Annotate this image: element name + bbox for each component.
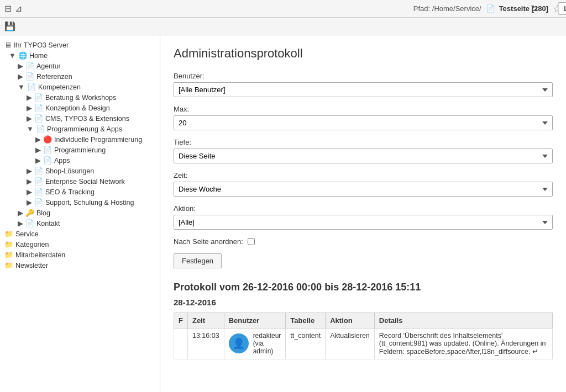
date-heading: 28-12-2016 [174, 298, 553, 307]
sidebar-item-individuelle[interactable]: ▶ 🔴 Individuelle Programmierung [2, 134, 158, 145]
tiefe-select[interactable]: Diese Seite [174, 149, 553, 163]
cell-tabelle: tt_content [286, 329, 326, 359]
benutzer-group: Benutzer: [Alle Benutzer] [174, 72, 553, 97]
sidebar-item-agentur[interactable]: ▶ 📄 Agentur [2, 61, 158, 71]
page-icon: 📄 [25, 62, 34, 70]
log-select[interactable]: Log [558, 2, 566, 15]
toolbar-center: ↻ Log 1 [531, 2, 566, 15]
expand-arrow: ▶ [18, 209, 23, 217]
col-details: Details [374, 313, 552, 329]
sidebar-item-programmierung-apps[interactable]: ▼ 📄 Programmierung & Apps [2, 124, 158, 134]
sidebar-item-blog[interactable]: ▶ 🔑 Blog [2, 208, 158, 218]
sidebar-item-newsletter[interactable]: 📁 Newsletter [2, 260, 158, 271]
sidebar-label-mitarbeiterdaten: Mitarbeiterdaten [15, 251, 65, 259]
globe-icon: 🌐 [18, 51, 27, 60]
sidebar-item-shop[interactable]: ▶ 📄 Shop-Lösungen [2, 166, 158, 176]
max-select[interactable]: 20 [174, 115, 553, 130]
sidebar-label-individuelle: Individuelle Programmierung [54, 136, 142, 144]
sidebar-item-service[interactable]: 📁 Service [2, 229, 158, 239]
zeit-select-wrapper: Diese Woche [174, 182, 553, 197]
expand-arrow: ▶ [27, 104, 32, 112]
expand-arrow: ▶ [27, 114, 32, 123]
sidebar-label-seo: SEO & Tracking [45, 188, 95, 196]
expand-icon: ▼ [9, 51, 16, 60]
zeit-select[interactable]: Diese Woche [174, 182, 553, 197]
tiefe-group: Tiefe: Diese Seite [174, 138, 553, 163]
tiefe-select-wrapper: Diese Seite [174, 149, 553, 163]
top-toolbar: ⊟ ⊿ ↻ Log 1 Pfad: /Home/Service/ 📄 Tests… [0, 0, 566, 18]
sidebar-label-kategorien: Kategorien [15, 241, 49, 248]
sidebar-label-konzeption: Konzeption & Design [45, 104, 110, 112]
sidebar-server[interactable]: 🖥 Ihr TYPO3 Server [2, 40, 158, 50]
expand-arrow: ▶ [35, 156, 41, 165]
sidebar-item-referenzen[interactable]: ▶ 📄 Referenzen [2, 71, 158, 82]
benutzer-select-wrapper: [Alle Benutzer] [174, 82, 553, 97]
filter-icon[interactable]: ⊿ [15, 3, 22, 14]
protocol-heading: Protokoll vom 26-12-2016 00:00 bis 28-12… [174, 282, 553, 293]
tree-icon[interactable]: ⊟ [4, 3, 12, 14]
refresh-icon[interactable]: ↻ [531, 3, 538, 14]
sidebar-label-esn: Enterprise Social Network [45, 178, 125, 186]
user-name: redakteur(viaadmin) [253, 332, 281, 355]
tiefe-label: Tiefe: [174, 138, 553, 146]
zeit-group: Zeit: Diese Woche [174, 171, 553, 197]
aktion-label: Aktion: [174, 204, 553, 213]
page-icon: 📄 [34, 188, 43, 196]
sidebar-item-kompetenzen[interactable]: ▼ 📄 Kompetenzen [2, 82, 158, 92]
sidebar-item-kontakt[interactable]: ▶ 📄 Kontakt [2, 218, 158, 229]
aktion-select[interactable]: [Alle] [174, 215, 553, 230]
save-icon[interactable]: 💾 [4, 21, 15, 31]
sidebar-label-agentur: Agentur [36, 62, 61, 70]
cell-f [174, 329, 188, 359]
festlegen-button[interactable]: Festlegen [174, 253, 222, 268]
sidebar-label-apps: Apps [54, 157, 70, 165]
expand-arrow: ▶ [27, 198, 32, 206]
cell-benutzer: 👤 redakteur(viaadmin) [224, 329, 286, 359]
page-heading: Administrationsprotokoll [174, 46, 553, 61]
sidebar-item-apps[interactable]: ▶ 📄 Apps [2, 155, 158, 166]
sidebar-item-home[interactable]: ▼ 🌐 Home [2, 50, 158, 61]
expand-arrow: ▶ [18, 219, 23, 227]
sidebar-label-cms: CMS, TYPO3 & Extensions [45, 115, 129, 123]
nach-seite-row: Nach Seite anordnen: [174, 237, 553, 246]
sidebar-item-esn[interactable]: ▶ 📄 Enterprise Social Network [2, 176, 158, 187]
sidebar-item-programmierung[interactable]: ▶ 📄 Programmierung [2, 145, 158, 155]
expand-arrow: ▶ [18, 72, 23, 81]
max-group: Max: 20 [174, 105, 553, 130]
benutzer-select[interactable]: [Alle Benutzer] [174, 82, 553, 97]
server-label: Ihr TYPO3 Server [14, 41, 69, 49]
cell-zeit: 13:16:03 [187, 329, 224, 359]
sidebar-item-kategorien[interactable]: 📁 Kategorien [2, 239, 158, 250]
folder-icon: 📁 [4, 230, 13, 238]
page-icon: 📄 [486, 4, 495, 13]
sidebar-label-programmierung: Programmierung [54, 146, 106, 154]
expand-arrow: ▶ [35, 146, 41, 154]
sidebar-label-kompetenzen: Kompetenzen [38, 83, 81, 91]
page-icon: 📄 [25, 72, 34, 81]
festlegen-group: Festlegen [174, 253, 553, 268]
sidebar-item-beratung[interactable]: ▶ 📄 Beratung & Workshops [2, 92, 158, 103]
sidebar-item-konzeption[interactable]: ▶ 📄 Konzeption & Design [2, 103, 158, 113]
expand-arrow: ▶ [27, 167, 32, 175]
folder-icon: 📁 [4, 251, 13, 259]
content-area: Administrationsprotokoll Benutzer: [Alle… [160, 35, 566, 392]
page-icon: 📄 [43, 146, 52, 154]
avatar-icon: 👤 [233, 337, 245, 349]
col-tabelle: Tabelle [286, 313, 326, 329]
sidebar-item-support[interactable]: ▶ 📄 Support, Schulung & Hosting [2, 197, 158, 208]
sidebar-label-newsletter: Newsletter [15, 262, 48, 269]
aktion-select-wrapper: [Alle] [174, 215, 553, 230]
folder-icon: 📁 [4, 240, 13, 248]
sidebar-item-mitarbeiterdaten[interactable]: 📁 Mitarbeiterdaten [2, 250, 158, 260]
max-label: Max: [174, 105, 553, 113]
second-toolbar: 💾 [0, 18, 566, 35]
page-icon: 📄 [27, 83, 36, 91]
expand-arrow: ▶ [18, 62, 23, 70]
sidebar-item-cms[interactable]: ▶ 📄 CMS, TYPO3 & Extensions [2, 113, 158, 124]
expand-arrow: ▼ [27, 125, 34, 133]
page-icon: 📄 [34, 114, 43, 123]
nach-seite-checkbox[interactable] [248, 238, 255, 245]
benutzer-label: Benutzer: [174, 72, 553, 80]
sidebar-item-seo[interactable]: ▶ 📄 SEO & Tracking [2, 187, 158, 197]
user-cell: 👤 redakteur(viaadmin) [229, 332, 281, 355]
